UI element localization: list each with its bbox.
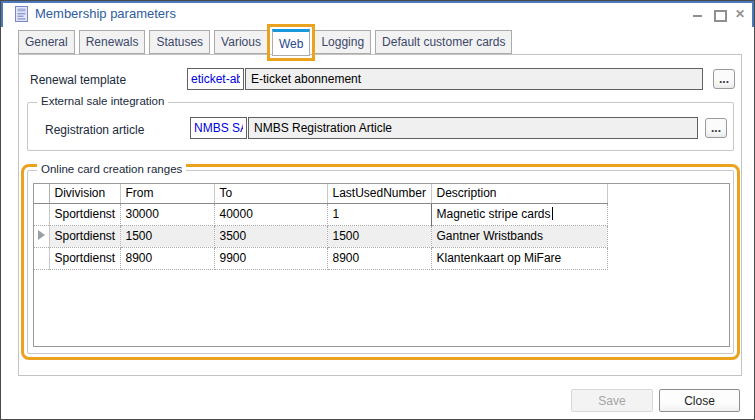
tab-renewals[interactable]: Renewals (79, 30, 146, 54)
registration-article-browse-button[interactable]: ... (705, 118, 727, 138)
title-bar[interactable]: Membership parameters ✕ (1, 1, 754, 27)
external-sale-integration-title: External sale integration (37, 95, 168, 107)
window-title: Membership parameters (35, 1, 176, 27)
maximize-icon[interactable] (713, 8, 725, 20)
online-card-creation-ranges-title: Online card creation ranges (37, 163, 186, 175)
cell-description-editing[interactable]: Magnetic stripe cards (431, 203, 607, 225)
close-icon[interactable]: ✕ (734, 8, 746, 20)
membership-parameters-dialog: Membership parameters ✕ General Renewals… (0, 0, 755, 420)
save-button[interactable]: Save (571, 389, 653, 412)
cell-divivision[interactable]: Sportdienst (49, 225, 120, 247)
web-tab-page: Renewal template E-ticket abonnement ...… (18, 54, 742, 376)
tab-strip: General Renewals Statuses Various Web Lo… (18, 30, 516, 54)
renewal-template-name-field: E-ticket abonnement (245, 68, 703, 90)
renewal-template-code-input[interactable] (187, 68, 244, 90)
online-card-creation-ranges-group: Online card creation ranges Divivision F… (27, 170, 734, 354)
tab-various[interactable]: Various (214, 30, 268, 54)
registration-article-code-input[interactable] (190, 117, 247, 139)
current-row-arrow-icon (38, 230, 45, 240)
minimize-icon[interactable] (692, 8, 704, 20)
column-header-description[interactable]: Description (431, 184, 607, 203)
close-button[interactable]: Close (659, 389, 740, 412)
cell-description[interactable]: Gantner Wristbands (431, 225, 607, 247)
row-indicator-cell[interactable] (34, 225, 49, 247)
grid-header-row: Divivision From To LastUsedNumber Descri… (34, 184, 729, 203)
table-row[interactable]: Sportdienst 30000 40000 1 Magnetic strip… (34, 203, 729, 225)
renewal-template-label: Renewal template (30, 73, 126, 87)
row-indicator-header (34, 184, 49, 203)
registration-article-label: Registration article (45, 123, 144, 137)
table-row-selected[interactable]: Sportdienst 1500 3500 1500 Gantner Wrist… (34, 225, 729, 247)
table-row[interactable]: Sportdienst 8900 9900 8900 Klantenkaart … (34, 247, 729, 269)
cell-divivision[interactable]: Sportdienst (49, 247, 120, 269)
renewal-template-browse-button[interactable]: ... (713, 69, 735, 89)
column-header-filler (607, 184, 729, 203)
registration-article-name-field: NMBS Registration Article (248, 117, 698, 139)
tab-logging[interactable]: Logging (314, 30, 371, 54)
tab-default-customer-cards[interactable]: Default customer cards (375, 30, 512, 54)
external-sale-integration-group: External sale integration Registration a… (27, 102, 734, 151)
cell-lastusednumber[interactable]: 1 (327, 203, 431, 225)
form-document-icon (15, 6, 28, 22)
cell-from[interactable]: 8900 (120, 247, 214, 269)
cell-from[interactable]: 30000 (120, 203, 214, 225)
cell-description[interactable]: Klantenkaart op MiFare (431, 247, 607, 269)
cell-from[interactable]: 1500 (120, 225, 214, 247)
cell-to[interactable]: 3500 (214, 225, 327, 247)
cell-to[interactable]: 9900 (214, 247, 327, 269)
cell-lastusednumber[interactable]: 8900 (327, 247, 431, 269)
column-header-to[interactable]: To (214, 184, 327, 203)
cell-lastusednumber[interactable]: 1500 (327, 225, 431, 247)
row-indicator-cell[interactable] (34, 247, 49, 269)
ranges-grid[interactable]: Divivision From To LastUsedNumber Descri… (33, 183, 730, 347)
column-header-divivision[interactable]: Divivision (49, 184, 120, 203)
cell-divivision[interactable]: Sportdienst (49, 203, 120, 225)
tab-general[interactable]: General (18, 30, 75, 54)
column-header-lastusednumber[interactable]: LastUsedNumber (327, 184, 431, 203)
text-caret (552, 207, 553, 220)
column-header-from[interactable]: From (120, 184, 214, 203)
row-indicator-cell[interactable] (34, 203, 49, 225)
tab-statuses[interactable]: Statuses (149, 30, 210, 54)
tab-web[interactable]: Web (272, 29, 310, 56)
cell-to[interactable]: 40000 (214, 203, 327, 225)
